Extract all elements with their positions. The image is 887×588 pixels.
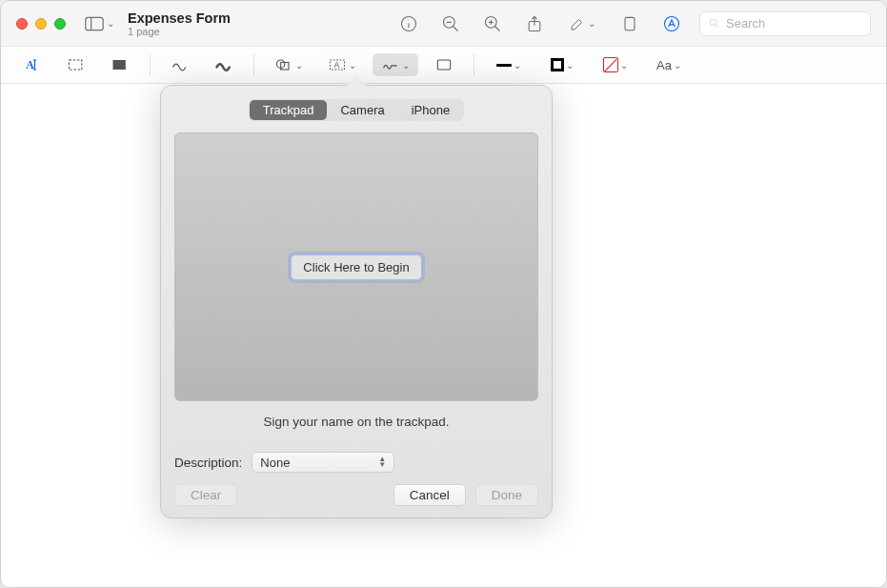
shape-style-button[interactable]: ⌄ (486, 53, 532, 76)
svg-text:A: A (334, 60, 340, 70)
signature-source-tabs: Trackpad Camera iPhone (174, 99, 538, 121)
zoom-out-button[interactable] (440, 13, 461, 34)
sidebar-icon (85, 16, 104, 31)
svg-rect-23 (113, 60, 126, 70)
document-title: Expenses Form (128, 10, 231, 26)
preview-window: ⌄ Expenses Form 1 page ⌄ Search A ⌄ (0, 0, 887, 588)
signature-instruction: Sign your name on the trackpad. (174, 415, 538, 429)
titlebar: ⌄ Expenses Form 1 page ⌄ Search (1, 1, 886, 47)
description-select[interactable]: None ▲▼ (252, 452, 394, 473)
rectangle-select-tool[interactable] (58, 53, 94, 76)
svg-rect-14 (625, 17, 635, 30)
tab-camera[interactable]: Camera (327, 100, 397, 120)
popover-arrow (347, 76, 366, 86)
svg-rect-0 (86, 17, 103, 30)
begin-signature-button[interactable]: Click Here to Begin (291, 254, 421, 280)
description-value: None (260, 456, 290, 470)
border-color-button[interactable]: ⌄ (539, 53, 585, 76)
title-block: Expenses Form 1 page (128, 10, 231, 37)
svg-line-6 (454, 26, 458, 30)
sketch-tool[interactable] (162, 53, 198, 76)
search-icon (708, 17, 720, 30)
description-label: Description: (174, 456, 242, 470)
markup-toggle-button[interactable] (661, 13, 682, 34)
signature-pad[interactable]: Click Here to Begin (174, 132, 538, 401)
close-window-button[interactable] (16, 18, 28, 30)
chevron-down-icon: ⌄ (295, 60, 303, 71)
tab-trackpad[interactable]: Trackpad (250, 100, 328, 120)
chevron-down-icon: ⌄ (402, 60, 410, 71)
chevron-down-icon: ⌄ (349, 60, 356, 71)
text-tool[interactable]: A⌄ (319, 53, 365, 76)
document-subtitle: 1 page (128, 26, 231, 37)
svg-line-9 (495, 26, 500, 30)
sidebar-toggle-button[interactable]: ⌄ (85, 16, 114, 31)
clear-button[interactable]: Clear (174, 484, 237, 506)
draw-tool[interactable] (206, 53, 242, 76)
highlight-button[interactable]: ⌄ (566, 13, 598, 34)
sign-tool[interactable]: ⌄ (373, 53, 418, 76)
svg-point-16 (710, 19, 716, 26)
redact-tool[interactable] (102, 53, 138, 76)
svg-line-17 (716, 25, 718, 28)
markup-toolbar: A ⌄ A⌄ ⌄ ⌄ ⌄ ⌄ Aa⌄ (1, 47, 886, 84)
search-field[interactable]: Search (699, 11, 871, 36)
text-select-tool[interactable]: A (14, 53, 50, 76)
signature-popover: Trackpad Camera iPhone Click Here to Beg… (160, 85, 553, 518)
tab-iphone[interactable]: iPhone (398, 100, 463, 120)
zoom-window-button[interactable] (54, 18, 66, 30)
search-placeholder: Search (726, 16, 765, 30)
share-button[interactable] (524, 13, 545, 34)
chevron-down-icon: ⌄ (514, 60, 521, 71)
cancel-button[interactable]: Cancel (393, 484, 466, 506)
shapes-tool[interactable]: ⌄ (266, 53, 312, 76)
fill-color-button[interactable]: ⌄ (593, 53, 638, 76)
zoom-in-button[interactable] (482, 13, 503, 34)
svg-rect-28 (437, 60, 450, 70)
text-style-button[interactable]: Aa⌄ (646, 53, 692, 76)
done-button[interactable]: Done (475, 484, 538, 506)
window-controls (16, 18, 66, 30)
select-arrows-icon: ▲▼ (378, 456, 386, 468)
toolbar-view-group: ⌄ (398, 13, 682, 34)
minimize-window-button[interactable] (35, 18, 47, 30)
note-tool[interactable] (426, 53, 462, 76)
rotate-button[interactable] (619, 13, 640, 34)
inspector-button[interactable] (398, 13, 419, 34)
chevron-down-icon: ⌄ (566, 60, 574, 71)
chevron-down-icon: ⌄ (674, 60, 681, 71)
chevron-down-icon: ⌄ (620, 60, 628, 71)
svg-rect-22 (70, 60, 82, 70)
chevron-down-icon: ⌄ (107, 18, 114, 29)
chevron-down-icon: ⌄ (588, 18, 595, 29)
